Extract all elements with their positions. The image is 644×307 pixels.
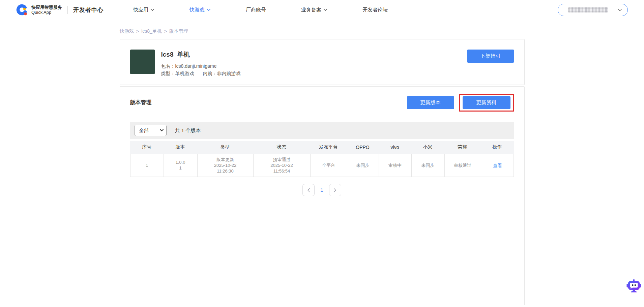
platform-value: 全平台 [322, 163, 335, 168]
app-info: lcs8_单机 包名：lcs8.danji.minigame 类型：单机游戏内购… [161, 50, 241, 77]
col-header-index: 序号 [130, 141, 164, 154]
logo-divider [67, 6, 68, 14]
app-icon [130, 50, 155, 74]
status-date: 2025-10-22 [270, 163, 293, 168]
col-header-xiaomi: 小米 [411, 141, 444, 154]
update-version-button[interactable]: 更新版本 [407, 96, 454, 109]
col-header-vivo: vivo [379, 141, 411, 154]
main-content: lcs8_单机 包名：lcs8.danji.minigame 类型：单机游戏内购… [120, 39, 525, 305]
col-header-type: 类型 [197, 141, 253, 154]
logo-line2: Quick App [31, 10, 62, 15]
chevron-left-icon [307, 188, 310, 192]
chevron-down-icon [618, 9, 622, 11]
logo-yellow-dot [23, 8, 26, 10]
app-info-card: lcs8_单机 包名：lcs8.danji.minigame 类型：单机游戏内购… [120, 39, 525, 85]
breadcrumb: 快游戏 > lcs8_单机 > 版本管理 [120, 28, 644, 34]
section-title: 版本管理 [130, 99, 152, 106]
type-label: 类型： [161, 71, 175, 76]
cell-vivo-status: 审核中 [379, 154, 412, 177]
section-actions: 更新版本 更新资料 [407, 94, 514, 112]
app-type-line: 类型：单机游戏内购：非内购游戏 [161, 70, 241, 77]
chevron-down-icon [150, 9, 154, 11]
breadcrumb-item-quickgame[interactable]: 快游戏 [120, 28, 134, 34]
nav-label: 厂商账号 [246, 7, 266, 13]
cell-action: 查看 [481, 154, 514, 177]
col-header-platform: 发布平台 [310, 141, 347, 154]
view-link[interactable]: 查看 [493, 163, 502, 168]
package-label: 包名： [161, 63, 175, 69]
table-filter-bar: 全部 共 1 个版本 [130, 122, 514, 139]
page-number[interactable]: 1 [320, 187, 323, 193]
chevron-down-icon [323, 9, 327, 11]
status-text: 预审通过 [273, 157, 291, 162]
update-info-button[interactable]: 更新资料 [463, 96, 510, 109]
col-header-status: 状态 [253, 141, 310, 154]
cell-xiaomi-status: 未同步 [412, 154, 445, 177]
package-value: lcs8.danji.minigame [175, 63, 217, 69]
nav-label: 快应用 [133, 7, 148, 13]
chevron-down-icon [207, 9, 211, 11]
version-code: 1 [179, 165, 181, 171]
type-time: 11:26:30 [217, 168, 234, 174]
customer-service-robot-icon[interactable] [626, 278, 641, 293]
cell-honor-status: 审核通过 [445, 154, 481, 177]
breadcrumb-separator: > [164, 29, 167, 34]
offline-guide-button[interactable]: 下架指引 [467, 50, 514, 63]
nav-item-developer-forum[interactable]: 开发者论坛 [362, 7, 388, 13]
index-value: 1 [146, 163, 148, 168]
main-nav: 快应用 快游戏 厂商账号 业务备案 开发者论坛 [133, 7, 388, 13]
breadcrumb-item-app[interactable]: lcs8_单机 [141, 28, 162, 34]
nav-item-quickapp[interactable]: 快应用 [133, 7, 154, 13]
type-text: 版本更新 [216, 157, 234, 162]
app-package-line: 包名：lcs8.danji.minigame [161, 62, 241, 70]
col-header-version: 版本 [164, 141, 197, 154]
col-header-oppo: OPPO [347, 141, 379, 154]
logo-line1: 快应用智慧服务 [31, 5, 62, 10]
nav-label: 开发者论坛 [362, 7, 388, 13]
page: 快应用智慧服务 Quick App 开发者中心 快应用 快游戏 厂商账号 [0, 0, 644, 307]
cell-type: 版本更新 2025-10-22 11:26:30 [198, 154, 254, 177]
version-management-card: 版本管理 更新版本 更新资料 全部 [120, 86, 525, 305]
cell-oppo-status: 未同步 [347, 154, 379, 177]
iap-value: 非内购游戏 [217, 71, 241, 76]
nav-label: 业务备案 [301, 7, 321, 13]
table-row: 1 1.0.0 1 版本更新 2025-10-22 11:26:30 预审通过 … [130, 154, 514, 177]
pagination: 1 [130, 184, 514, 196]
honor-status-value: 审核通过 [454, 163, 471, 168]
xiaomi-status-value: 未同步 [421, 163, 435, 168]
type-date: 2025-10-22 [214, 163, 237, 168]
logo-text: 快应用智慧服务 Quick App [31, 5, 62, 15]
account-dropdown[interactable] [558, 4, 628, 16]
col-header-action: 操作 [481, 141, 514, 154]
red-highlight-annotation: 更新资料 [459, 94, 514, 112]
col-header-honor: 荣耀 [444, 141, 481, 154]
table-header-row: 序号 版本 类型 状态 发布平台 OPPO vivo 小米 荣耀 操作 [130, 141, 514, 154]
version-table: 全部 共 1 个版本 序号 版本 类型 状态 发布平台 OPPO viv [130, 122, 514, 177]
quickapp-logo-icon [16, 4, 29, 16]
account-name-redacted [568, 7, 608, 12]
cell-platform: 全平台 [311, 154, 347, 177]
portal-title: 开发者中心 [73, 6, 104, 14]
cell-status: 预审通过 2025-10-22 11:56:54 [254, 154, 311, 177]
type-value: 单机游戏 [175, 71, 194, 76]
nav-label: 快游戏 [189, 7, 205, 13]
version-filter-select[interactable]: 全部 [135, 125, 167, 136]
iap-label: 内购： [203, 71, 217, 76]
version-name: 1.0.0 [176, 160, 185, 165]
chevron-right-icon [333, 188, 336, 192]
oppo-status-value: 未同步 [356, 163, 370, 168]
prev-page-button[interactable] [302, 184, 315, 196]
top-nav: 快应用智慧服务 Quick App 开发者中心 快应用 快游戏 厂商账号 [0, 0, 644, 20]
nav-item-vendor-account[interactable]: 厂商账号 [246, 7, 266, 13]
vivo-status-value: 审核中 [388, 163, 402, 168]
cell-version: 1.0.0 1 [164, 154, 198, 177]
cell-index: 1 [130, 154, 164, 177]
version-count-summary: 共 1 个版本 [175, 127, 201, 134]
version-section-header: 版本管理 更新版本 更新资料 [130, 94, 514, 112]
next-page-button[interactable] [329, 184, 341, 196]
nav-item-business-filing[interactable]: 业务备案 [301, 7, 327, 13]
app-name: lcs8_单机 [161, 50, 241, 59]
status-time: 11:56:54 [273, 168, 290, 174]
breadcrumb-separator: > [136, 29, 139, 34]
nav-item-quickgame[interactable]: 快游戏 [189, 7, 211, 13]
